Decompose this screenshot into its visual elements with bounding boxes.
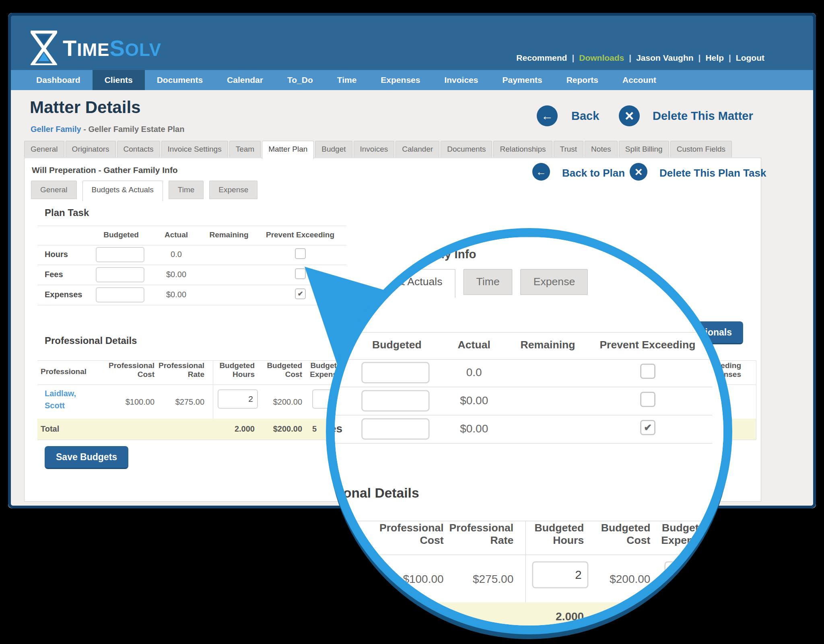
subtab-time[interactable]: Time [169, 181, 204, 199]
actual-hours-value: 0.0 [171, 250, 182, 259]
link-user-name[interactable]: Jason Vaughn [636, 53, 693, 62]
subtab-general[interactable]: General [31, 181, 77, 199]
plan-task-breadcrumb: Will Preperation - Gather Family Info [32, 165, 178, 175]
tab-budget[interactable]: Budget [315, 141, 352, 157]
col-budgeted-hours: Budgeted Hours [214, 361, 255, 379]
budgeted-fees-field[interactable] [96, 267, 144, 282]
logo-time-part: IME [77, 40, 109, 60]
professional-budgeted-hours-field[interactable] [532, 561, 588, 588]
budgeted-fees-field[interactable] [361, 390, 429, 412]
subtab-expense[interactable]: Expense [521, 269, 588, 295]
tab-invoices[interactable]: Invoices [354, 141, 395, 157]
nav-clients[interactable]: Clients [93, 70, 145, 90]
breadcrumb-matter-name: Geller Family Estate Plan [88, 125, 184, 134]
professional-cost-value: $100.00 [126, 397, 154, 407]
subtab-budgets-actuals[interactable]: Budgets & Actuals [82, 181, 163, 201]
divider [326, 359, 712, 360]
actual-expenses-value: $0.00 [166, 290, 186, 299]
prevent-exceeding-expenses-checkbox[interactable]: ✔ [295, 288, 306, 299]
nav-dashboard[interactable]: Dashboard [24, 70, 93, 90]
tab-custom-fields[interactable]: Custom Fields [670, 141, 732, 157]
tab-matter-plan[interactable]: Matter Plan [262, 141, 314, 159]
row-label-expenses: Expenses [45, 290, 82, 299]
professional-name-link[interactable]: Laidlaw,Scott [326, 558, 334, 592]
col-professional-cost: Professional Cost [371, 522, 444, 547]
divider [326, 555, 732, 555]
link-separator: | [624, 53, 636, 62]
back-button-icon[interactable]: ← [537, 105, 558, 126]
col-budgeted-hours: Budgeted Hours [527, 522, 584, 547]
check-glyph: ✔ [644, 422, 652, 433]
save-budgets-button[interactable]: Save Budgets [45, 446, 128, 469]
subtab-time[interactable]: Time [463, 269, 513, 295]
divider [37, 226, 346, 226]
nav-account[interactable]: Account [610, 70, 668, 90]
tab-trust[interactable]: Trust [554, 141, 584, 157]
tab-calander[interactable]: Calander [396, 141, 439, 157]
professional-name-link[interactable]: Laidlaw,Scott [45, 387, 76, 412]
left-arrow-icon: ← [541, 109, 553, 123]
tab-relationships[interactable]: Relationships [493, 141, 552, 157]
nav-calendar[interactable]: Calendar [215, 70, 275, 90]
divider [326, 332, 712, 333]
budgeted-hours-field[interactable] [96, 247, 144, 262]
delete-matter-button[interactable]: Delete This Matter [653, 109, 753, 123]
prevent-exceeding-hours-checkbox[interactable] [640, 364, 655, 379]
check-glyph: ✔ [297, 290, 303, 298]
professional-budgeted-hours-field[interactable] [218, 389, 258, 409]
link-recommend[interactable]: Recommend [516, 53, 567, 62]
plan-task-title: Plan Task [45, 207, 89, 218]
col-actual: Actual [458, 339, 490, 351]
divider [37, 305, 346, 305]
tab-general[interactable]: General [24, 141, 64, 157]
breadcrumb-client-link[interactable]: Geller Family [31, 125, 81, 134]
divider [326, 632, 732, 632]
magnifier-layer: Will Preperation - Gather Family Info ← … [326, 228, 732, 634]
delete-plan-task-icon[interactable]: × [630, 163, 647, 181]
actual-fees-value: $0.00 [460, 394, 488, 407]
nav-payments[interactable]: Payments [490, 70, 554, 90]
tab-contacts[interactable]: Contacts [117, 141, 160, 157]
link-separator: | [724, 53, 736, 62]
budgeted-expenses-field[interactable] [96, 287, 144, 302]
tab-team[interactable]: Team [229, 141, 261, 157]
left-arrow-icon: ← [536, 166, 546, 178]
delete-matter-icon[interactable]: × [619, 105, 640, 126]
nav-invoices[interactable]: Invoices [432, 70, 490, 90]
nav-expenses[interactable]: Expenses [369, 70, 432, 90]
back-to-plan-button[interactable]: Back to Plan [562, 167, 625, 179]
tab-split-billing[interactable]: Split Billing [619, 141, 669, 157]
prevent-exceeding-hours-checkbox[interactable] [295, 248, 306, 259]
col-budgeted-cost: Budgeted Cost [594, 522, 650, 547]
link-downloads[interactable]: Downloads [579, 53, 624, 62]
breadcrumb-separator: - [81, 125, 89, 134]
prevent-exceeding-fees-checkbox[interactable] [640, 392, 655, 407]
subtab-expense[interactable]: Expense [209, 181, 258, 199]
nav-todo[interactable]: To_Do [275, 70, 325, 90]
back-to-plan-icon[interactable]: ← [532, 163, 550, 181]
prevent-exceeding-fees-checkbox[interactable] [295, 268, 306, 279]
nav-time[interactable]: Time [325, 70, 369, 90]
nav-documents[interactable]: Documents [145, 70, 215, 90]
tab-documents[interactable]: Documents [441, 141, 492, 157]
tab-invoice-settings[interactable]: Invoice Settings [161, 141, 228, 157]
total-label: Total [41, 424, 59, 434]
actual-hours-value: 0.0 [466, 366, 482, 379]
professional-budgeted-expenses-field[interactable] [664, 561, 721, 588]
professional-details-title: Professional Details [326, 485, 419, 501]
col-professional: Professional [41, 367, 87, 376]
divider [326, 387, 712, 387]
link-logout[interactable]: Logout [736, 53, 764, 62]
tab-notes[interactable]: Notes [585, 141, 618, 157]
budgeted-hours-field[interactable] [361, 362, 429, 383]
back-button[interactable]: Back [571, 109, 599, 123]
col-budgeted: Budgeted [372, 339, 422, 351]
nav-reports[interactable]: Reports [554, 70, 610, 90]
budgeted-expenses-field[interactable] [361, 418, 429, 440]
professional-details-title: Professional Details [45, 335, 137, 346]
link-help[interactable]: Help [705, 53, 724, 62]
tab-originators[interactable]: Originators [66, 141, 116, 157]
divider [756, 360, 756, 440]
delete-plan-task-button[interactable]: Delete This Plan Task [659, 167, 766, 179]
prevent-exceeding-expenses-checkbox[interactable]: ✔ [640, 420, 655, 435]
